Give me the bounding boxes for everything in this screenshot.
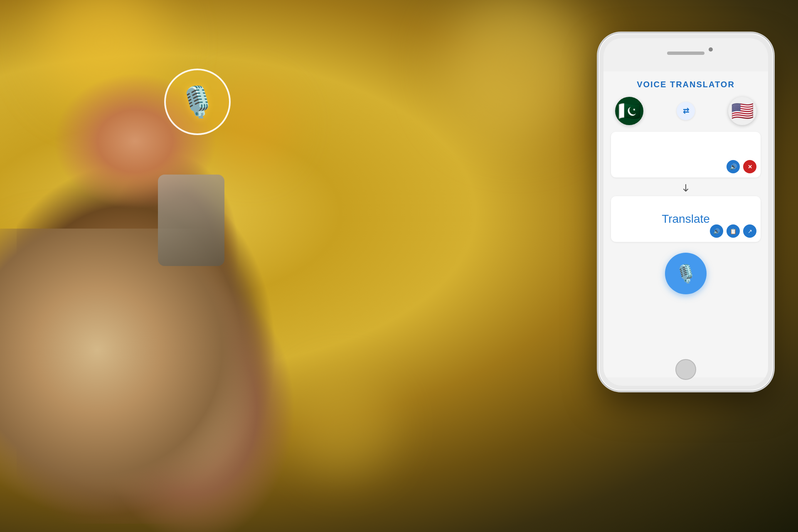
swap-languages-button[interactable]: ⇄	[677, 102, 695, 120]
output-actions: 🔊 📋 ↗	[710, 224, 756, 238]
share-icon: ↗	[748, 228, 752, 234]
phone-camera	[709, 47, 713, 52]
copy-output-button[interactable]: 📋	[727, 224, 740, 238]
close-icon: ✕	[748, 164, 752, 170]
speak-output-button[interactable]: 🔊	[710, 224, 723, 238]
clear-input-button[interactable]: ✕	[743, 160, 756, 173]
app-content: VOICE TRANSLATOR ⇄ 🔊	[603, 71, 768, 377]
input-text-box: 🔊 ✕	[611, 132, 761, 177]
record-mic-button[interactable]: 🎙️	[665, 253, 707, 294]
phone-inner: VOICE TRANSLATOR ⇄ 🔊	[603, 38, 768, 386]
source-language-button[interactable]	[615, 97, 643, 125]
translate-button-label[interactable]: Translate	[662, 212, 710, 226]
input-text-content	[616, 137, 756, 162]
output-text-box: Translate 🔊 📋 ↗	[611, 196, 761, 242]
floating-mic-circle: 🎙️	[164, 69, 231, 135]
speaker-output-icon: 🔊	[713, 228, 720, 234]
speaker-icon: 🔊	[730, 163, 737, 170]
target-language-button[interactable]	[728, 97, 756, 125]
phone-home-button[interactable]	[675, 359, 696, 380]
share-output-button[interactable]: ↗	[743, 224, 756, 238]
swap-arrow-indicator	[681, 183, 690, 195]
phone-speaker	[667, 52, 704, 55]
input-actions: 🔊 ✕	[727, 160, 756, 173]
mic-button-icon: 🎙️	[675, 264, 697, 284]
language-selector-row: ⇄	[611, 97, 761, 125]
swap-icon: ⇄	[683, 106, 689, 116]
held-phone	[158, 175, 224, 266]
speak-input-button[interactable]: 🔊	[727, 160, 740, 173]
floating-mic-icon: 🎙️	[179, 84, 216, 120]
app-title: VOICE TRANSLATOR	[637, 80, 735, 89]
person-clothing	[0, 229, 324, 532]
phone-mockup: VOICE TRANSLATOR ⇄ 🔊	[598, 33, 773, 391]
app-screen: VOICE TRANSLATOR ⇄ 🔊	[603, 71, 768, 377]
copy-icon: 📋	[730, 228, 736, 234]
floating-mic-container: 🎙️	[162, 66, 233, 137]
